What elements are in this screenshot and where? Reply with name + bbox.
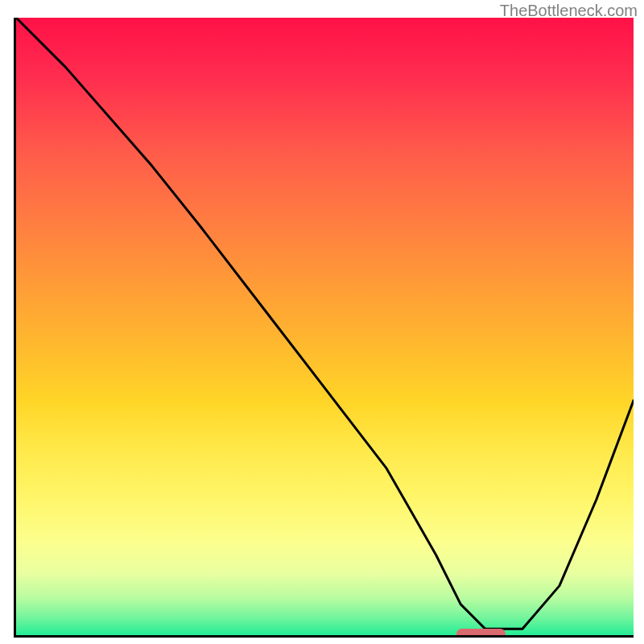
chart-curve xyxy=(16,18,634,635)
chart-plot-area xyxy=(14,18,634,638)
watermark-text: TheBottleneck.com xyxy=(500,2,638,20)
chart-marker xyxy=(456,629,506,638)
